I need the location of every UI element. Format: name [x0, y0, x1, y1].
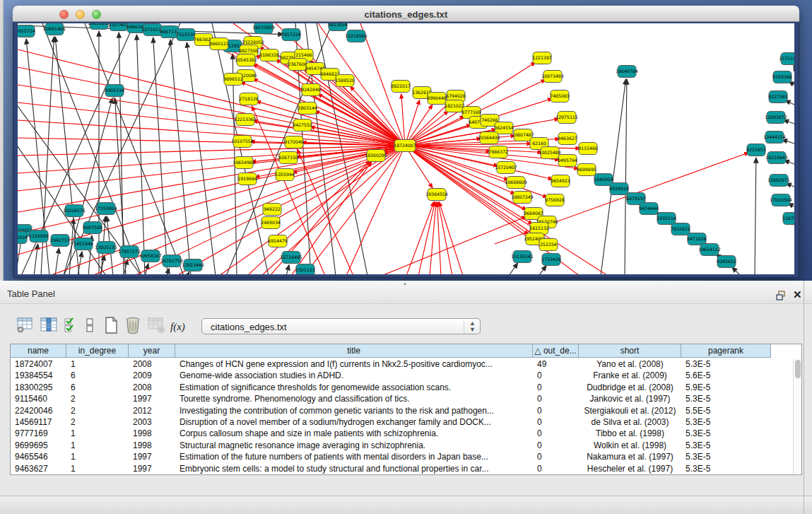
graph-node[interactable]: 20364436: [478, 132, 500, 144]
table-row[interactable]: 911546021997Tourette syndrome. Phenomeno…: [11, 393, 792, 404]
table-cell[interactable]: 9777169: [11, 428, 66, 439]
table-cell[interactable]: Dudbridge et al. (2008): [579, 382, 681, 393]
graph-node[interactable]: 4055724: [18, 25, 35, 37]
graph-node[interactable]: 3915934: [18, 232, 28, 244]
column-header-year[interactable]: year: [129, 344, 175, 358]
graph-node[interactable]: 9654923: [551, 175, 570, 187]
table-mode-icon[interactable]: [16, 316, 34, 334]
table-cell[interactable]: 1997: [129, 451, 175, 462]
table-cell[interactable]: Franke et al. (2009): [579, 370, 681, 381]
graph-node[interactable]: 9329366: [772, 71, 792, 83]
graph-node[interactable]: 10545382: [235, 54, 257, 66]
graph-node[interactable]: 10973493: [541, 71, 564, 83]
graph-node[interactable]: 1221397: [532, 52, 552, 64]
graph-node[interactable]: 8471626: [687, 233, 707, 245]
graph-node[interactable]: 19384554: [425, 189, 448, 201]
table-cell[interactable]: 0: [533, 451, 579, 462]
graph-node[interactable]: 8186328: [259, 49, 279, 62]
graph-node[interactable]: 2942757: [50, 235, 70, 247]
table-cell[interactable]: 0: [533, 428, 579, 439]
graph-node[interactable]: 9756928: [545, 194, 565, 206]
graph-node[interactable]: 20691406: [43, 23, 66, 35]
table-cell[interactable]: 1998: [129, 428, 175, 439]
table-cell[interactable]: Structural magnetic resonance image aver…: [175, 440, 533, 451]
table-cell[interactable]: 6: [66, 382, 129, 393]
create-column-icon[interactable]: [103, 316, 119, 334]
graph-node[interactable]: 6914479: [268, 235, 288, 247]
table-cell[interactable]: 9115460: [11, 393, 66, 404]
table-cell[interactable]: 2: [66, 405, 129, 416]
table-cell[interactable]: Wolkin et al. (1998): [579, 440, 681, 451]
graph-node[interactable]: 8215953: [746, 144, 766, 156]
graph-node[interactable]: 8427552: [293, 119, 312, 132]
graph-node[interactable]: 1733426: [541, 254, 561, 266]
graph-node[interactable]: 16033809: [252, 23, 275, 34]
table-cell[interactable]: 1: [66, 451, 129, 462]
graph-node[interactable]: 2935114: [657, 213, 676, 225]
graph-node[interactable]: 15716485: [280, 252, 302, 264]
graph-node[interactable]: 7485083: [550, 90, 570, 103]
graph-node[interactable]: 1588520: [335, 75, 355, 87]
graph-node[interactable]: 12093872: [765, 112, 787, 124]
table-cell[interactable]: Disruption of a novel member of a sodium…: [175, 416, 533, 428]
table-cell[interactable]: 5.3E-5: [681, 428, 771, 439]
graph-node[interactable]: 2367608: [288, 59, 307, 71]
table-cell[interactable]: Estimation of the future numbers of pati…: [175, 451, 533, 462]
table-row[interactable]: 1872400712008Changes of HCN gene express…: [11, 358, 792, 370]
table-cell[interactable]: de Silva et al. (2003): [579, 416, 681, 428]
splitter-handle-icon[interactable]: ▲: [400, 281, 410, 285]
table-cell[interactable]: 0: [533, 393, 579, 404]
graph-node[interactable]: 9495764: [558, 155, 577, 167]
table-cell[interactable]: 5.3E-5: [681, 358, 771, 370]
table-cell[interactable]: 49: [533, 358, 579, 370]
graph-node[interactable]: 1187534: [782, 213, 794, 225]
column-header-pagerank[interactable]: pagerank: [681, 344, 771, 358]
graph-node[interactable]: 12975115: [555, 112, 578, 124]
graph-node[interactable]: 9227343: [768, 91, 788, 103]
graph-node[interactable]: 10653287: [88, 23, 110, 30]
table-row[interactable]: 977716911998Corpus callosum shape and si…: [11, 428, 792, 439]
table-cell[interactable]: Yano et al. (2008): [579, 358, 681, 370]
graph-node[interactable]: 12444154: [763, 132, 786, 144]
table-cell[interactable]: 0: [533, 463, 579, 474]
graph-node[interactable]: 18724007: [394, 140, 416, 152]
table-cell[interactable]: Corpus callosum shape and size in male p…: [175, 428, 533, 439]
table-cell[interactable]: 1998: [129, 440, 175, 451]
table-cell[interactable]: Hescheler et al. (1997): [579, 463, 681, 474]
graph-node[interactable]: 17359924: [95, 203, 117, 215]
graph-node[interactable]: 1527607: [109, 23, 129, 31]
table-cell[interactable]: 0: [533, 405, 579, 416]
column-header-name[interactable]: name: [11, 344, 66, 358]
graph-node[interactable]: 18807249: [511, 192, 534, 204]
graph-node[interactable]: 9699695: [577, 164, 596, 176]
graph-node[interactable]: 1501123: [295, 264, 315, 275]
graph-node[interactable]: 15135141: [511, 251, 534, 263]
column-header-short[interactable]: short: [579, 344, 681, 358]
table-cell[interactable]: Changes of HCN gene expression and I(f) …: [175, 358, 533, 370]
select-columns-icon[interactable]: [64, 316, 78, 334]
table-cell[interactable]: 1: [66, 463, 129, 474]
table-cell[interactable]: 2009: [129, 370, 175, 381]
scrollbar-thumb[interactable]: [795, 360, 801, 378]
graph-node[interactable]: 13505135: [95, 242, 117, 254]
graph-node[interactable]: 9463627: [558, 133, 577, 145]
graph-node[interactable]: 9097588: [83, 222, 102, 234]
close-panel-icon[interactable]: ✕: [793, 289, 802, 300]
table-cell[interactable]: 6: [66, 370, 129, 381]
table-cell[interactable]: 1: [66, 358, 129, 370]
graph-node[interactable]: 12923446: [182, 259, 204, 271]
vertical-scrollbar[interactable]: [793, 358, 801, 474]
graph-node[interactable]: 8660123: [209, 38, 229, 50]
graph-node[interactable]: 10958167: [139, 250, 162, 262]
table-row[interactable]: 1830029562008Estimation of significance …: [11, 382, 792, 393]
graph-node[interactable]: 1919664: [237, 173, 257, 185]
graph-node[interactable]: 9245652: [717, 256, 736, 268]
table-cell[interactable]: 5.3E-5: [681, 393, 771, 404]
table-row[interactable]: 969969511998Structural magnetic resonanc…: [11, 440, 792, 451]
table-cell[interactable]: Genome-wide association studies in ADHD.: [175, 370, 533, 381]
function-builder-icon[interactable]: f(x): [170, 317, 185, 336]
delete-columns-icon[interactable]: [124, 316, 141, 334]
graph-node[interactable]: 18300295: [365, 150, 387, 162]
graph-node[interactable]: 16210643: [765, 152, 788, 164]
graph-node[interactable]: 8267150: [278, 152, 298, 164]
